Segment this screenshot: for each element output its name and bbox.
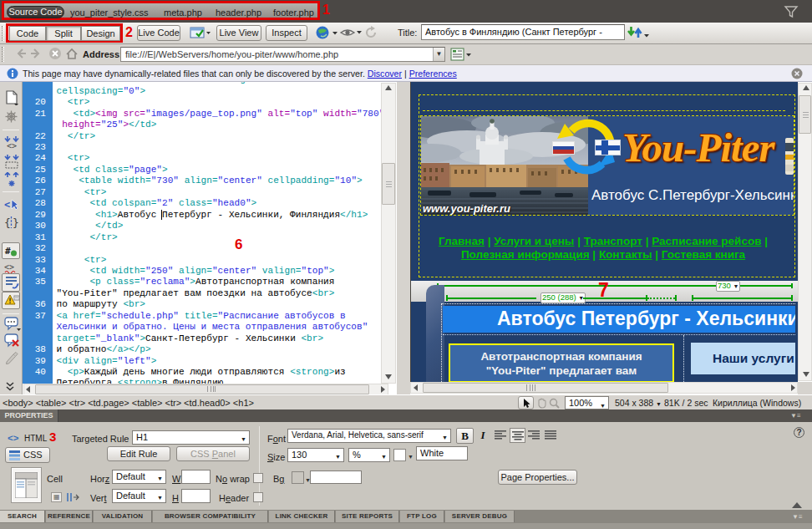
svg-text:#: # <box>5 246 11 257</box>
svg-text:<>: <> <box>7 141 17 150</box>
svg-text:<: < <box>4 199 10 211</box>
svg-text:<>: <> <box>4 262 14 272</box>
svg-text:}: } <box>13 216 19 229</box>
svg-text:{: { <box>4 216 11 229</box>
